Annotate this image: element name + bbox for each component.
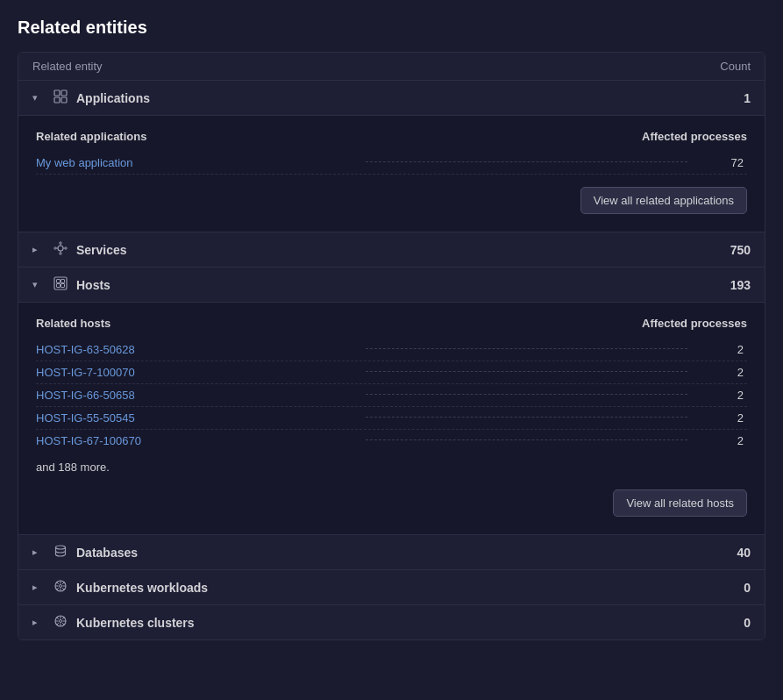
list-item: HOST-IG-67-100670 2 [36,430,747,452]
app-link-mywebapp[interactable]: My web application [36,156,359,169]
host-link-2[interactable]: HOST-IG-7-100070 [36,366,359,379]
host-count-1: 2 [694,343,747,356]
k8s-clusters-icon [53,614,68,631]
view-all-hosts-button[interactable]: View all related hosts [613,489,747,517]
k8s-workloads-icon [53,579,68,596]
hosts-col-right: Affected processes [624,317,747,330]
hosts-icon [53,276,68,293]
chevron-right-icon: ▸ [32,582,45,593]
clearfix: View all related hosts [36,477,747,517]
svg-rect-13 [54,277,67,289]
applications-col-right: Affected processes [624,130,747,143]
host-link-3[interactable]: HOST-IG-66-50658 [36,389,359,402]
hosts-expanded: Related hosts Affected processes HOST-IG… [18,303,765,535]
hosts-col-left: Related hosts [36,317,624,330]
host-link-4[interactable]: HOST-IG-55-50545 [36,411,359,425]
k8s-workloads-label: Kubernetes workloads [76,581,208,595]
svg-point-30 [60,620,62,623]
list-item: My web application 72 [36,152,747,175]
svg-line-26 [62,588,64,589]
entity-row-left: ▸ Databases [32,544,138,561]
entity-row-left: ▸ Kubernetes clusters [32,614,195,631]
table-header: Related entity Count [18,53,765,81]
entity-row-k8s-workloads[interactable]: ▸ Kubernetes workloads 0 [18,570,765,605]
k8s-workloads-count: 0 [744,581,751,595]
entity-row-left: ▾ Hosts [32,276,110,293]
k8s-clusters-count: 0 [744,616,751,630]
dashed-separator [366,439,688,440]
applications-icon [53,89,68,106]
k8s-clusters-label: Kubernetes clusters [76,616,195,630]
host-link-5[interactable]: HOST-IG-67-100670 [36,434,359,447]
applications-label: Applications [76,91,150,105]
svg-line-35 [57,618,59,619]
list-item: HOST-IG-66-50658 2 [36,384,747,407]
svg-line-28 [57,588,59,589]
list-item: HOST-IG-55-50545 2 [36,407,747,430]
svg-line-38 [57,623,59,625]
host-count-3: 2 [694,389,747,402]
svg-point-7 [54,247,56,249]
svg-rect-0 [54,90,60,96]
dashed-separator [366,394,688,395]
list-item: HOST-IG-7-100070 2 [36,361,747,384]
svg-point-6 [60,253,61,254]
entity-row-databases[interactable]: ▸ Databases 40 [18,535,765,570]
hosts-sub-header: Related hosts Affected processes [36,317,747,330]
hosts-count: 193 [730,278,751,292]
applications-count: 1 [744,91,751,105]
entity-row-hosts[interactable]: ▾ Hosts 193 [18,268,765,303]
svg-line-27 [62,582,64,584]
chevron-right-icon: ▸ [32,617,45,628]
applications-expanded: Related applications Affected processes … [18,116,765,232]
svg-rect-1 [61,90,67,96]
host-link-1[interactable]: HOST-IG-63-50628 [36,343,359,356]
chevron-right-icon: ▸ [32,546,45,558]
svg-point-18 [56,546,66,549]
view-all-applications-button[interactable]: View all related applications [580,187,747,214]
host-count-2: 2 [694,366,747,379]
databases-icon [53,544,68,561]
svg-line-25 [57,582,59,584]
list-item: HOST-IG-63-50628 2 [36,339,747,361]
svg-rect-3 [61,97,67,103]
databases-label: Databases [76,546,138,560]
related-entities-table: Related entity Count ▾ Applications 1 Re… [18,52,765,640]
svg-rect-14 [57,280,61,283]
services-icon [53,241,68,258]
host-count-5: 2 [694,434,747,447]
dashed-separator [366,371,688,372]
dashed-separator [366,348,688,349]
entity-row-k8s-clusters[interactable]: ▸ Kubernetes clusters 0 [18,605,765,639]
applications-sub-header: Related applications Affected processes [36,130,747,143]
chevron-down-icon: ▾ [32,279,45,290]
col-count-header: Count [720,60,751,73]
clearfix: View all related applications [36,175,747,214]
svg-line-36 [62,623,64,625]
svg-point-20 [60,585,62,588]
dashed-separator [366,417,688,418]
svg-rect-17 [61,284,65,288]
entity-row-left: ▾ Applications [32,89,150,106]
svg-rect-15 [61,280,65,283]
svg-rect-2 [54,97,60,103]
hosts-label: Hosts [76,278,110,292]
chevron-down-icon: ▾ [32,92,45,104]
svg-point-8 [65,247,67,249]
hosts-more-text: and 188 more. [36,461,747,474]
services-label: Services [76,243,127,257]
chevron-right-icon: ▸ [32,244,45,255]
dashed-separator [366,161,688,162]
svg-rect-16 [57,284,61,288]
services-count: 750 [730,243,751,257]
databases-count: 40 [737,546,751,560]
entity-row-left: ▸ Kubernetes workloads [32,579,208,596]
col-entity-header: Related entity [32,60,103,73]
svg-point-4 [58,246,63,251]
entity-row-services[interactable]: ▸ Services 750 [18,232,765,268]
entity-row-left: ▸ Services [32,241,127,258]
svg-line-37 [62,618,64,619]
entity-row-applications[interactable]: ▾ Applications 1 [18,81,765,116]
svg-point-5 [60,242,61,244]
page-title: Related entities [18,18,765,38]
